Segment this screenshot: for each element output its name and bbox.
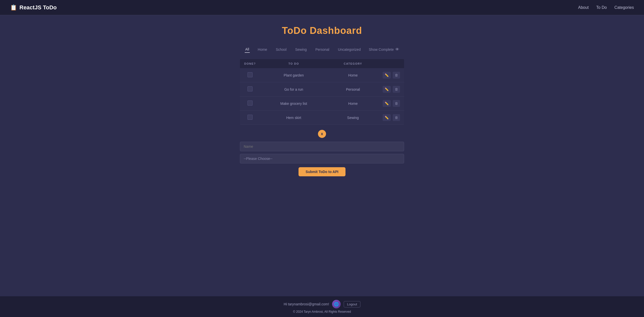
table-row: Go for a run Personal ✏️ 🗑 (240, 82, 404, 96)
task-cell: Make grocery list (260, 96, 327, 111)
todo-table: DONE? TO DO CATEGORY Plant garden Home ✏… (240, 59, 404, 125)
action-buttons: ✏️ 🗑 (383, 72, 400, 79)
category-cell: Home (327, 68, 379, 82)
edit-button[interactable]: ✏️ (383, 100, 391, 107)
action-buttons: ✏️ 🗑 (383, 86, 400, 93)
col-header-actions (379, 59, 404, 68)
done-cell (240, 96, 260, 111)
footer-user-row: Hi tarynambrosi@gmail.com! 🌐 Logout (284, 300, 360, 308)
actions-cell: ✏️ 🗑 (379, 111, 404, 125)
col-header-category: CATEGORY (327, 59, 379, 68)
task-name-input[interactable] (240, 142, 404, 151)
table-row: Make grocery list Home ✏️ 🗑 (240, 96, 404, 111)
delete-button[interactable]: 🗑 (393, 114, 400, 121)
actions-cell: ✏️ 🗑 (379, 96, 404, 111)
task-cell: Go for a run (260, 82, 327, 96)
actions-cell: ✏️ 🗑 (379, 68, 404, 82)
nav-link-categories[interactable]: Categories (614, 5, 634, 10)
filter-tabs: All Home School Sewing Personal Uncatego… (245, 46, 399, 53)
brand: 📋 ReactJS ToDo (10, 4, 57, 11)
footer-copyright: © 2024 Taryn Ambrosi, All Rights Reserve… (293, 310, 351, 313)
category-select[interactable]: --Please Choose-- Home Personal School S… (240, 154, 404, 163)
filter-tab-all[interactable]: All (245, 46, 250, 53)
show-complete-toggle[interactable]: Show Complete 👁 (369, 47, 399, 52)
filter-tab-personal[interactable]: Personal (315, 46, 330, 53)
delete-button[interactable]: 🗑 (393, 72, 400, 79)
filter-tab-sewing[interactable]: Sewing (295, 46, 307, 53)
brand-icon: 📋 (10, 4, 17, 11)
main-content: ToDo Dashboard All Home School Sewing Pe… (0, 15, 644, 296)
edit-button[interactable]: ✏️ (383, 72, 391, 79)
edit-button[interactable]: ✏️ (383, 114, 391, 121)
show-complete-label: Show Complete (369, 47, 394, 52)
table-row: Plant garden Home ✏️ 🗑 (240, 68, 404, 82)
edit-button[interactable]: ✏️ (383, 86, 391, 93)
done-cell (240, 68, 260, 82)
category-cell: Sewing (327, 111, 379, 125)
done-checkbox[interactable] (247, 101, 253, 106)
add-form-section: x --Please Choose-- Home Personal School… (240, 130, 404, 176)
filter-tab-school[interactable]: School (275, 46, 287, 53)
task-cell: Hem skirt (260, 111, 327, 125)
task-cell: Plant garden (260, 68, 327, 82)
done-cell (240, 111, 260, 125)
done-checkbox[interactable] (247, 72, 253, 77)
page-title: ToDo Dashboard (282, 25, 362, 36)
delete-button[interactable]: 🗑 (393, 100, 400, 107)
filter-tab-uncategorized[interactable]: Uncategorized (337, 46, 361, 53)
brand-title: ReactJS ToDo (19, 4, 57, 11)
nav-link-todo[interactable]: To Do (596, 5, 607, 10)
category-cell: Personal (327, 82, 379, 96)
filter-tab-home[interactable]: Home (257, 46, 268, 53)
avatar-icon: 🌐 (334, 302, 339, 307)
nav-links: About To Do Categories (578, 5, 634, 10)
footer: Hi tarynambrosi@gmail.com! 🌐 Logout © 20… (0, 296, 644, 317)
todo-table-wrapper: DONE? TO DO CATEGORY Plant garden Home ✏… (240, 59, 404, 125)
done-checkbox[interactable] (247, 86, 253, 91)
submit-todo-button[interactable]: Submit ToDo to API (299, 167, 345, 176)
delete-button[interactable]: 🗑 (393, 86, 400, 93)
footer-user-text: Hi tarynambrosi@gmail.com! (284, 302, 329, 306)
actions-cell: ✏️ 🗑 (379, 82, 404, 96)
action-buttons: ✏️ 🗑 (383, 114, 400, 121)
action-buttons: ✏️ 🗑 (383, 100, 400, 107)
col-header-done: DONE? (240, 59, 260, 68)
table-row: Hem skirt Sewing ✏️ 🗑 (240, 111, 404, 125)
navbar: 📋 ReactJS ToDo About To Do Categories (0, 0, 644, 15)
col-header-todo: TO DO (260, 59, 327, 68)
eye-icon: 👁 (395, 47, 399, 52)
done-cell (240, 82, 260, 96)
avatar: 🌐 (332, 300, 341, 308)
category-cell: Home (327, 96, 379, 111)
logout-button[interactable]: Logout (344, 301, 360, 307)
expand-form-button[interactable]: x (318, 130, 326, 138)
nav-link-about[interactable]: About (578, 5, 589, 10)
table-header-row: DONE? TO DO CATEGORY (240, 59, 404, 68)
done-checkbox[interactable] (247, 115, 253, 120)
